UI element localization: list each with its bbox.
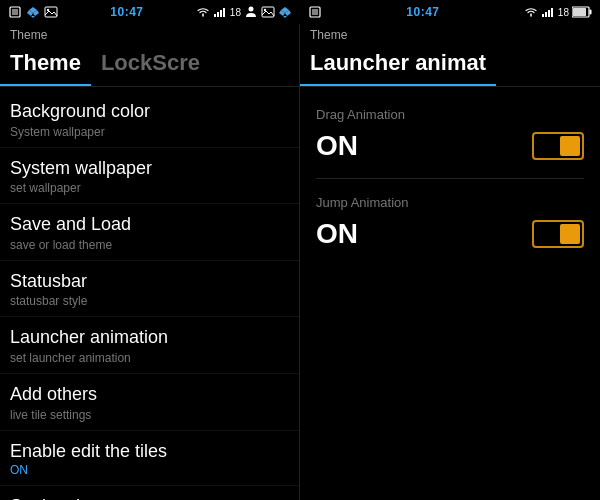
svg-rect-21 — [542, 14, 544, 17]
svg-rect-6 — [45, 7, 57, 17]
phone-icon — [8, 5, 22, 19]
left-section-label: Theme — [0, 24, 299, 44]
menu-item-title: Save and Load — [10, 214, 289, 236]
svg-rect-10 — [220, 10, 222, 17]
menu-item[interactable]: System wallpaperset wallpaper — [0, 148, 299, 205]
menu-item-subtitle: save or load theme — [10, 238, 289, 252]
left-tab-row: Theme LockScre — [0, 44, 299, 87]
animation-value: ON — [316, 218, 358, 250]
notification-count-left: 18 — [230, 7, 241, 18]
toggle-knob — [560, 136, 580, 156]
status-bar-right: 10:47 18 — [300, 0, 600, 24]
svg-rect-26 — [589, 10, 591, 15]
menu-item[interactable]: Launcher animationset launcher animation — [0, 317, 299, 374]
status-bar-left: 10:47 18 — [0, 0, 300, 24]
toggle-knob — [560, 224, 580, 244]
svg-marker-5 — [31, 16, 35, 18]
menu-item-title: Launcher animation — [10, 327, 289, 349]
menu-item[interactable]: Enable edit the tilesON — [0, 431, 299, 487]
svg-rect-13 — [262, 7, 274, 17]
wifi-icon-left — [196, 5, 210, 19]
tab-lockscreen[interactable]: LockScre — [91, 44, 210, 86]
svg-rect-9 — [217, 12, 219, 17]
menu-item-title: Background color — [10, 101, 289, 123]
battery-icon — [572, 6, 592, 18]
menu-item[interactable]: Save and Loadsave or load theme — [0, 204, 299, 261]
animation-row: ON — [300, 126, 600, 178]
svg-rect-22 — [545, 12, 547, 17]
right-tab-row: Launcher animat — [300, 44, 600, 87]
menu-item[interactable]: Add otherslive tile settings — [0, 374, 299, 431]
menu-item-title: System wallpaper — [10, 158, 289, 180]
menu-item-title: Statusbar — [10, 271, 289, 293]
dropbox-icon2 — [278, 5, 292, 19]
menu-item-value: ON — [10, 463, 289, 477]
toggle-switch[interactable] — [532, 220, 584, 248]
animation-value: ON — [316, 130, 358, 162]
status-bar-right-right-icons: 18 — [524, 5, 592, 19]
toggle-switch[interactable] — [532, 132, 584, 160]
right-panel: Theme Launcher animat Drag Animation ON … — [300, 24, 600, 500]
animation-header: Drag Animation — [300, 91, 600, 126]
menu-item[interactable]: Setting theme — [0, 486, 299, 500]
menu-item[interactable]: Statusbarstatusbar style — [0, 261, 299, 318]
signal-icon-right — [541, 5, 555, 19]
right-animation-list: Drag Animation ON Jump Animation ON — [300, 87, 600, 500]
tab-launcher-animation[interactable]: Launcher animat — [300, 44, 496, 86]
menu-item-subtitle: live tile settings — [10, 408, 289, 422]
svg-point-12 — [248, 7, 253, 12]
right-section-label: Theme — [300, 24, 600, 44]
status-bar-left-right-icons: 18 — [196, 5, 292, 19]
svg-rect-1 — [12, 9, 18, 15]
menu-item-title: Enable edit the tiles — [10, 441, 289, 463]
status-bar: 10:47 18 — [0, 0, 600, 24]
image-icon2 — [261, 5, 275, 19]
animation-header: Jump Animation — [300, 179, 600, 214]
animation-row: ON — [300, 214, 600, 266]
menu-item-title: Setting theme — [10, 496, 289, 500]
status-bar-right-time: 10:47 — [406, 5, 439, 19]
svg-rect-11 — [223, 8, 225, 17]
menu-item-title: Add others — [10, 384, 289, 406]
svg-rect-20 — [312, 9, 318, 15]
menu-item[interactable]: Background colorSystem wallpaper — [0, 91, 299, 148]
svg-rect-23 — [548, 10, 550, 17]
tab-theme[interactable]: Theme — [0, 44, 91, 86]
menu-item-subtitle: set wallpaper — [10, 181, 289, 195]
image-icon — [44, 5, 58, 19]
signal-icon-left — [213, 5, 227, 19]
svg-rect-8 — [214, 14, 216, 17]
left-menu-list: Background colorSystem wallpaperSystem w… — [0, 87, 299, 500]
menu-item-subtitle: set launcher animation — [10, 351, 289, 365]
phone-icon2 — [308, 5, 322, 19]
status-bar-left-time: 10:47 — [110, 5, 143, 19]
menu-item-subtitle: System wallpaper — [10, 125, 289, 139]
main-content: Theme Theme LockScre Background colorSys… — [0, 24, 600, 500]
status-bar-right-left-icons — [308, 5, 322, 19]
menu-item-subtitle: statusbar style — [10, 294, 289, 308]
notification-count-right: 18 — [558, 7, 569, 18]
svg-rect-24 — [551, 8, 553, 17]
wifi-icon-right — [524, 5, 538, 19]
dropbox-icon — [26, 5, 40, 19]
person-icon — [244, 5, 258, 19]
svg-marker-18 — [283, 16, 287, 18]
status-bar-left-icons — [8, 5, 58, 19]
svg-rect-27 — [573, 8, 586, 16]
left-panel: Theme Theme LockScre Background colorSys… — [0, 24, 300, 500]
